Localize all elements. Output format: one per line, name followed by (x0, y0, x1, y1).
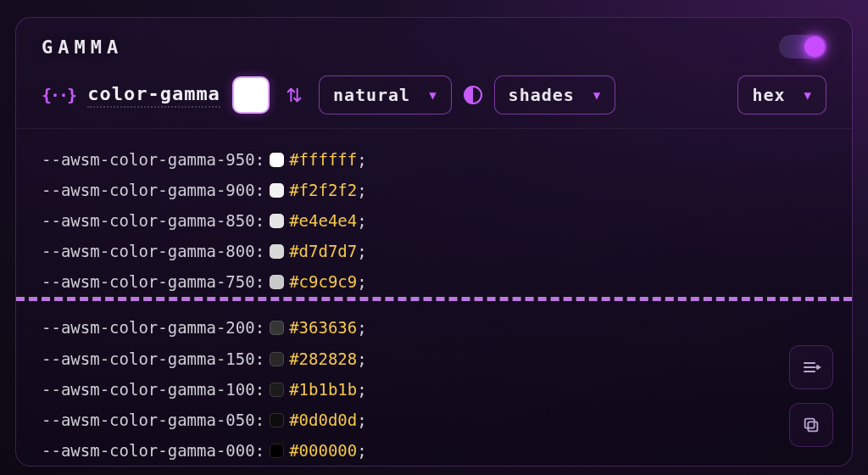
header: GAMMA (16, 18, 852, 70)
var-name: --awsm-color-gamma-100 (42, 380, 255, 399)
color-swatch (270, 275, 284, 289)
var-name: --awsm-color-gamma-200 (42, 318, 255, 337)
sort-icon[interactable] (281, 82, 307, 108)
color-swatch (270, 244, 284, 259)
hex-value: #e4e4e4 (289, 211, 357, 230)
css-var-row: --awsm-color-gamma-750:#c9c9c9; (42, 266, 826, 297)
var-name: --awsm-color-gamma-800 (42, 242, 255, 260)
mode-select[interactable]: shades ▼ (494, 75, 616, 115)
var-name: --awsm-color-gamma-950 (42, 150, 255, 169)
css-var-row: --awsm-color-gamma-100:#1b1b1b; (42, 374, 826, 405)
css-var-row: --awsm-color-gamma-900:#f2f2f2; (42, 175, 826, 205)
braces-icon: {··} (42, 85, 75, 105)
code-block: --awsm-color-gamma-950:#ffffff;--awsm-co… (16, 129, 852, 467)
var-name: --awsm-color-gamma-000 (42, 441, 255, 460)
export-button[interactable] (789, 345, 833, 389)
format-select[interactable]: hex ▼ (737, 75, 826, 115)
var-name: --awsm-color-gamma-750 (42, 272, 255, 291)
mode-select-label: shades (509, 85, 575, 105)
hex-value: #0d0d0d (289, 411, 357, 429)
css-var-row: --awsm-color-gamma-050:#0d0d0d; (42, 405, 826, 435)
hex-value: #d7d7d7 (289, 242, 357, 260)
css-var-row: --awsm-color-gamma-800:#d7d7d7; (42, 236, 826, 266)
primary-swatch[interactable] (232, 76, 270, 114)
css-var-row: --awsm-color-gamma-150:#282828; (42, 344, 826, 374)
order-select-label: natural (333, 85, 410, 105)
gamma-panel: GAMMA {··} color-gamma natural ▼ shades … (15, 17, 853, 467)
palette-name-input[interactable]: color-gamma (87, 83, 220, 108)
css-var-row: --awsm-color-gamma-000:#000000; (42, 435, 826, 466)
toggle-knob (804, 36, 825, 57)
color-swatch (270, 183, 284, 198)
hex-value: #ffffff (289, 150, 357, 169)
hex-value: #c9c9c9 (289, 272, 357, 291)
css-var-row: --awsm-color-gamma-850:#e4e4e4; (42, 205, 826, 236)
format-select-label: hex (752, 85, 785, 105)
hex-value: #363636 (289, 318, 357, 337)
color-swatch (270, 413, 284, 428)
shade-mode-icon[interactable] (464, 86, 482, 104)
chevron-down-icon: ▼ (804, 88, 812, 102)
enable-toggle[interactable] (779, 35, 826, 59)
chevron-down-icon: ▼ (429, 88, 437, 102)
svg-rect-1 (805, 419, 815, 428)
color-swatch (270, 352, 284, 366)
color-swatch (270, 153, 284, 167)
color-swatch (270, 214, 284, 228)
color-swatch (270, 444, 284, 458)
hex-value: #f2f2f2 (289, 181, 357, 199)
var-name: --awsm-color-gamma-050 (42, 411, 255, 429)
var-name: --awsm-color-gamma-850 (42, 211, 255, 230)
color-swatch (270, 321, 284, 335)
css-var-row: --awsm-color-gamma-950:#ffffff; (42, 144, 826, 175)
order-select[interactable]: natural ▼ (319, 75, 452, 115)
var-name: --awsm-color-gamma-150 (42, 349, 255, 368)
color-swatch (270, 383, 284, 397)
panel-title: GAMMA (42, 36, 123, 58)
separator (16, 297, 852, 301)
svg-rect-0 (808, 422, 817, 431)
side-buttons (789, 345, 833, 447)
css-var-row: --awsm-color-gamma-200:#363636; (42, 312, 826, 343)
hex-value: #000000 (289, 441, 357, 460)
hex-value: #282828 (289, 349, 357, 368)
copy-button[interactable] (789, 403, 833, 447)
controls-row: {··} color-gamma natural ▼ shades ▼ hex … (16, 70, 852, 129)
var-name: --awsm-color-gamma-900 (42, 181, 255, 199)
hex-value: #1b1b1b (289, 380, 357, 399)
chevron-down-icon: ▼ (593, 88, 601, 102)
